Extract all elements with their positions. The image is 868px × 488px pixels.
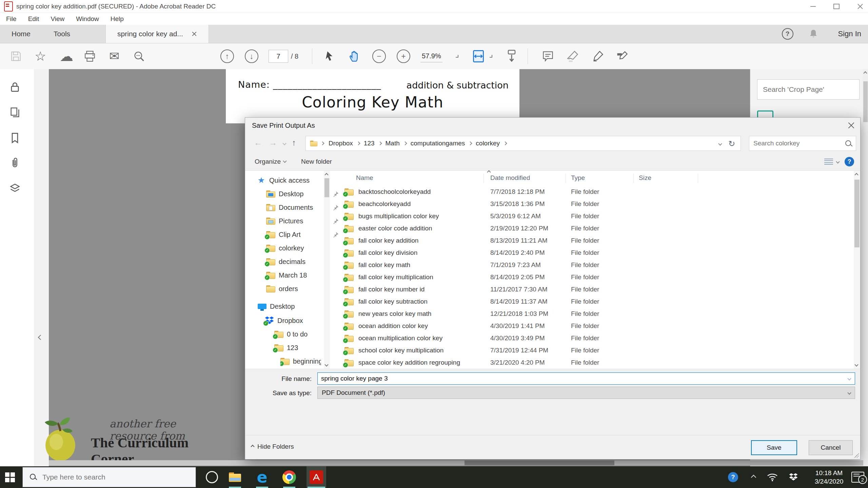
- acrobat-taskbar-button[interactable]: [307, 466, 326, 488]
- collapse-pane-icon[interactable]: [38, 335, 43, 340]
- attachment-icon[interactable]: [9, 157, 20, 169]
- taskbar-search-input[interactable]: [42, 473, 165, 482]
- sidebar-item-march-18[interactable]: ✓March 18: [266, 269, 307, 281]
- search-tools-icon[interactable]: [133, 50, 145, 62]
- file-row[interactable]: ✓backtoschoolcolorkeyadd 7/7/2018 12:18 …: [334, 186, 853, 198]
- tray-show-hidden-button[interactable]: [747, 466, 760, 488]
- tools-search-input[interactable]: [757, 79, 860, 100]
- hide-folders-button[interactable]: Hide Folders: [251, 443, 294, 450]
- next-page-icon[interactable]: ↓: [245, 49, 258, 63]
- file-list-scrollbar[interactable]: [854, 171, 860, 369]
- file-row[interactable]: ✓school color key multiplication 7/31/20…: [334, 344, 853, 357]
- breadcrumb-segment[interactable]: computationgames: [409, 140, 467, 147]
- tray-wifi-button[interactable]: [765, 466, 780, 488]
- breadcrumb-segment[interactable]: Math: [383, 140, 402, 147]
- save-icon[interactable]: [10, 50, 22, 62]
- nav-back-icon[interactable]: ←: [254, 138, 262, 147]
- scroll-down-icon[interactable]: [324, 363, 328, 366]
- print-icon[interactable]: [84, 50, 96, 62]
- scroll-up-icon[interactable]: [854, 173, 858, 177]
- scrollbar-thumb[interactable]: [324, 178, 329, 197]
- sidebar-item-0-to-do[interactable]: ✓0 to do: [274, 328, 308, 340]
- scrollbar-thumb[interactable]: [863, 81, 868, 122]
- menu-item[interactable]: Window: [76, 15, 99, 23]
- bookmark-icon[interactable]: [9, 132, 20, 144]
- sidebar-item-clip-art[interactable]: ✓Clip Art: [266, 228, 300, 241]
- sign-in-button[interactable]: Sign In: [838, 29, 862, 38]
- favorite-star-icon[interactable]: ☆: [35, 49, 46, 64]
- sidebar-item-desktop[interactable]: Desktop: [257, 300, 295, 312]
- dialog-search-input[interactable]: [749, 140, 842, 147]
- zoom-level-value[interactable]: 57.9%: [420, 50, 442, 62]
- file-row[interactable]: ✓ocean multiplication color key 4/30/201…: [334, 332, 853, 344]
- lock-icon[interactable]: [9, 81, 20, 93]
- dialog-help-icon[interactable]: ?: [845, 157, 854, 166]
- taskbar-search[interactable]: [22, 467, 196, 487]
- tab-document[interactable]: spring color key ad...: [105, 25, 209, 43]
- sidebar-item-colorkey[interactable]: ✓colorkey: [266, 242, 304, 254]
- fill-sign-icon[interactable]: [591, 50, 604, 62]
- menu-item[interactable]: View: [51, 15, 64, 23]
- nav-up-icon[interactable]: ↑: [292, 138, 296, 147]
- resize-grip[interactable]: [854, 453, 859, 458]
- file-row[interactable]: ✓bugs multiplication color key 5/3/2019 …: [334, 210, 853, 222]
- tab-close-icon[interactable]: [192, 32, 197, 37]
- highlighter-icon[interactable]: [567, 50, 579, 62]
- file-row[interactable]: ✓fall color key multiplication 8/14/2019…: [334, 271, 853, 283]
- sidebar-item-pictures[interactable]: Pictures: [266, 215, 303, 227]
- file-row[interactable]: ✓ocean addition color key 4/30/2019 1:41…: [334, 320, 853, 332]
- scroll-down-icon[interactable]: [854, 363, 858, 366]
- file-name-combobox[interactable]: [317, 372, 855, 385]
- horizontal-scrollbar[interactable]: [49, 460, 863, 466]
- page-number-input[interactable]: [269, 50, 288, 63]
- cancel-button[interactable]: Cancel: [809, 440, 853, 455]
- dialog-search-box[interactable]: [749, 136, 856, 151]
- nav-history-icon[interactable]: [282, 141, 286, 145]
- combobox-dropdown-icon[interactable]: [847, 377, 851, 380]
- fit-dropdown-icon[interactable]: [490, 55, 492, 58]
- save-as-type-dropdown[interactable]: PDF Document (*.pdf): [317, 387, 855, 399]
- organize-button[interactable]: Organize: [255, 158, 286, 165]
- tray-help-button[interactable]: ?: [726, 466, 741, 488]
- menu-item[interactable]: Help: [111, 15, 124, 23]
- edge-button[interactable]: e: [252, 466, 272, 488]
- zoom-out-icon[interactable]: −: [372, 49, 386, 63]
- pane-collapse-strip[interactable]: [34, 69, 49, 466]
- tab-home[interactable]: Home: [0, 25, 42, 43]
- column-size[interactable]: Size: [639, 174, 651, 182]
- scrolling-mode-icon[interactable]: [505, 49, 518, 63]
- sidebar-item-dropbox[interactable]: ✓Dropbox: [265, 314, 303, 327]
- sidebar-item-123[interactable]: ✓123: [274, 342, 298, 354]
- sidebar-item-beginningofy[interactable]: ✓beginningofy: [280, 355, 321, 367]
- file-row[interactable]: ✓fall color key addition 8/13/2019 11:21…: [334, 235, 853, 247]
- menu-item[interactable]: Edit: [28, 15, 39, 23]
- hscroll-thumb[interactable]: [465, 461, 614, 465]
- view-dropdown-icon[interactable]: [836, 160, 840, 163]
- zoom-dropdown-icon[interactable]: [456, 55, 458, 58]
- nav-forward-icon[interactable]: →: [269, 138, 277, 147]
- file-row[interactable]: ✓easter color code addition 2/19/2019 12…: [334, 222, 853, 235]
- scrollbar-thumb[interactable]: [854, 180, 860, 247]
- zoom-in-icon[interactable]: +: [397, 49, 410, 63]
- sidebar-scrollbar[interactable]: [324, 171, 330, 369]
- dropdown-icon[interactable]: [847, 391, 851, 394]
- menu-item[interactable]: File: [6, 15, 17, 23]
- save-button[interactable]: Save: [751, 440, 797, 455]
- previous-page-icon[interactable]: ↑: [220, 49, 234, 63]
- breadcrumb-segment[interactable]: Dropbox: [327, 140, 355, 147]
- sidebar-item-documents[interactable]: Documents: [266, 201, 313, 214]
- taskbar-clock[interactable]: 10:18 AM 3/24/2020: [810, 466, 848, 488]
- select-tool-icon[interactable]: [325, 50, 335, 62]
- file-row[interactable]: ✓new years color key math 12/21/2018 1:0…: [334, 308, 853, 320]
- chrome-button[interactable]: [279, 466, 299, 488]
- column-type[interactable]: Type: [571, 174, 585, 182]
- view-mode-icon[interactable]: [824, 158, 833, 165]
- file-row[interactable]: ✓fall color key subtraction 8/14/2019 11…: [334, 296, 853, 308]
- comment-icon[interactable]: [542, 50, 554, 62]
- send-sign-icon[interactable]: [616, 50, 629, 62]
- breadcrumb-segment[interactable]: colorkey: [474, 140, 502, 147]
- hand-tool-icon[interactable]: [349, 50, 361, 63]
- tray-dropbox-button[interactable]: [786, 466, 801, 488]
- address-bar[interactable]: Dropbox123Mathcomputationgamescolorkey ↻: [305, 136, 741, 151]
- file-row[interactable]: ✓fall color key math 7/1/2019 7:23 AM Fi…: [334, 259, 853, 271]
